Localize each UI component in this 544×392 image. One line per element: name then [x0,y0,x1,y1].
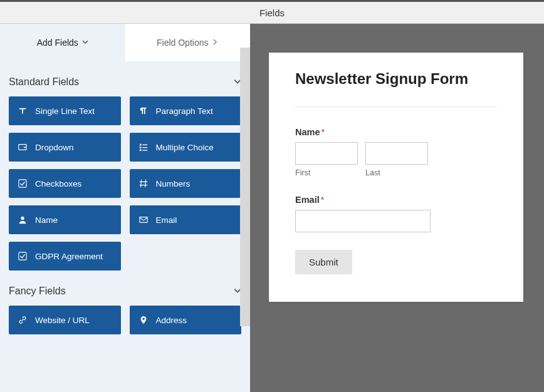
chevron-down-icon [82,38,88,47]
text-icon [18,106,28,115]
tab-field-options[interactable]: Field Options [125,24,251,61]
email-input[interactable] [295,210,431,232]
required-mark: * [321,195,325,205]
first-name-input[interactable] [295,142,358,165]
field-label: Multiple Choice [156,143,214,152]
fields-scroll-area[interactable]: Standard Fields Single Line Text Paragra… [0,61,250,392]
form-title: Newsletter Signup Form [295,70,497,88]
svg-point-8 [21,217,24,220]
field-gdpr-agreement[interactable]: GDPR Agreement [9,242,121,271]
form-title-wrap: Newsletter Signup Form [295,70,497,107]
check-icon [18,179,28,188]
field-checkboxes[interactable]: Checkboxes [9,169,121,198]
section-standard-title: Standard Fields [9,76,79,88]
section-fancy-title: Fancy Fields [9,286,66,297]
field-label: Dropdown [35,143,74,152]
pin-icon [139,316,149,324]
panel-tabs: Add Fields Field Options [0,24,250,61]
name-row: First Last [295,142,497,177]
fields-panel: Add Fields Field Options Standard Fields [0,24,250,392]
tab-add-fields-label: Add Fields [37,38,78,48]
field-paragraph-text[interactable]: Paragraph Text [130,96,242,125]
field-dropdown[interactable]: Dropdown [9,133,121,162]
paragraph-icon [139,106,149,115]
list-icon [139,143,149,152]
field-address[interactable]: Address [130,306,242,334]
name-label: Name* [295,127,497,137]
svg-rect-4 [142,147,147,148]
field-label: Checkboxes [35,179,81,188]
first-name-col: First [295,142,358,177]
field-multiple-choice[interactable]: Multiple Choice [130,133,242,162]
main-area: Add Fields Field Options Standard Fields [0,24,544,392]
form-preview-area: Newsletter Signup Form Name* First Last [250,24,544,392]
field-label: Name [35,215,58,225]
svg-rect-10 [19,252,26,260]
envelope-icon [139,215,149,224]
tab-add-fields[interactable]: Add Fields [0,24,125,61]
submit-button[interactable]: Submit [295,250,352,274]
standard-fields-grid: Single Line Text Paragraph Text Dropdown… [0,96,250,271]
svg-rect-7 [19,180,26,187]
tab-field-options-label: Field Options [157,38,208,48]
svg-rect-3 [139,147,141,148]
last-name-input[interactable] [365,142,428,165]
field-website-url[interactable]: Website / URL [9,306,121,334]
last-name-col: Last [365,142,428,177]
field-label: Numbers [156,179,191,188]
last-sublabel: Last [365,168,428,177]
email-label: Email* [295,195,497,205]
required-mark: * [322,127,325,137]
hash-icon [139,179,149,188]
field-label: GDPR Agreement [35,252,103,261]
form-field-name[interactable]: Name* First Last [295,127,497,177]
svg-rect-2 [142,145,147,145]
window-title: Fields [259,8,285,18]
field-label: Single Line Text [35,106,95,116]
field-numbers[interactable]: Numbers [130,169,242,198]
window-title-bar: Fields [0,0,544,24]
svg-rect-6 [142,150,147,150]
fancy-fields-grid: Website / URL Address [0,306,250,334]
check-icon [18,252,28,260]
section-fancy-fields[interactable]: Fancy Fields [0,271,250,306]
chevron-right-icon [212,38,218,47]
dropdown-icon [18,143,28,152]
field-label: Paragraph Text [156,106,213,116]
user-icon [18,215,28,224]
field-label: Address [156,316,187,325]
svg-rect-9 [139,217,147,223]
field-label: Website / URL [35,316,90,325]
scrollbar[interactable] [240,48,250,326]
field-single-line-text[interactable]: Single Line Text [9,96,121,125]
section-standard-fields[interactable]: Standard Fields [0,61,250,96]
first-sublabel: First [295,168,358,177]
link-icon [18,316,28,324]
svg-rect-1 [139,144,141,146]
form-preview: Newsletter Signup Form Name* First Last [269,53,523,302]
svg-rect-5 [139,150,141,152]
field-email[interactable]: Email [130,205,242,234]
form-field-email[interactable]: Email* [295,195,497,232]
field-label: Email [156,215,177,225]
field-name[interactable]: Name [9,205,121,234]
